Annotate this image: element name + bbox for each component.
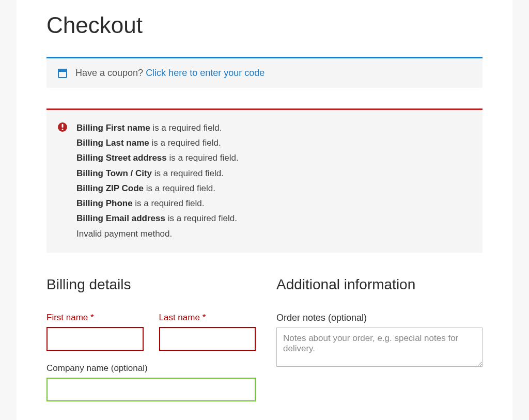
error-notice: Billing First name is a required field. … <box>46 108 483 253</box>
form-columns: Billing details First name * Last name * <box>46 276 483 414</box>
company-field: Company name (optional) <box>46 363 256 401</box>
company-label: Company name (optional) <box>46 363 256 374</box>
error-item: Billing Last name is a required field. <box>76 135 239 150</box>
error-list: Billing First name is a required field. … <box>76 120 239 241</box>
billing-column: Billing details First name * Last name * <box>46 276 256 414</box>
additional-column: Additional information Order notes (opti… <box>276 276 483 414</box>
coupon-text-container: Have a coupon? Click here to enter your … <box>75 68 264 79</box>
error-item: Billing First name is a required field. <box>76 120 239 135</box>
additional-heading: Additional information <box>276 276 483 293</box>
company-input[interactable] <box>46 378 256 401</box>
error-item: Billing ZIP Code is a required field. <box>76 181 239 196</box>
first-name-label: First name * <box>46 313 144 323</box>
coupon-link[interactable]: Click here to enter your code <box>146 68 264 78</box>
last-name-label: Last name * <box>159 313 256 323</box>
error-item: Billing Email address is a required fiel… <box>76 211 239 226</box>
billing-heading: Billing details <box>46 276 256 293</box>
error-item: Billing Street address is a required fie… <box>76 150 239 165</box>
last-name-input[interactable] <box>159 327 256 351</box>
page-title: Checkout <box>46 12 483 38</box>
checkout-page: Checkout Have a coupon? Click here to en… <box>17 0 512 420</box>
alert-icon <box>58 122 67 132</box>
name-row: First name * Last name * <box>46 313 256 351</box>
error-item: Invalid payment method. <box>76 226 239 241</box>
order-notes-input[interactable] <box>276 328 483 367</box>
error-item: Billing Phone is a required field. <box>76 196 239 211</box>
coupon-notice: Have a coupon? Click here to enter your … <box>46 57 483 88</box>
calendar-icon <box>58 69 67 78</box>
error-item: Billing Town / City is a required field. <box>76 166 239 181</box>
first-name-input[interactable] <box>46 327 144 351</box>
order-notes-label: Order notes (optional) <box>276 313 483 323</box>
last-name-field: Last name * <box>159 313 256 351</box>
coupon-question: Have a coupon? <box>75 68 143 78</box>
first-name-field: First name * <box>46 313 144 351</box>
